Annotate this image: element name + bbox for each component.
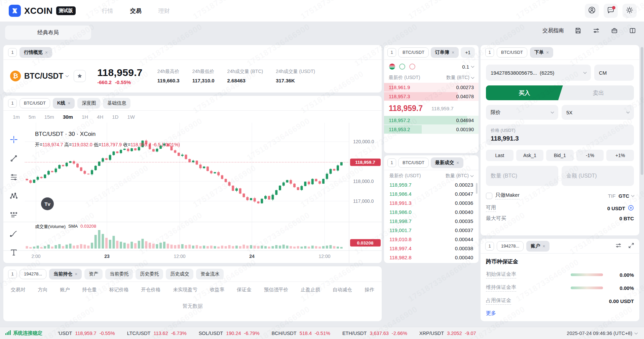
layout-tab-classic[interactable]: 经典布局 [5,26,91,40]
interval-1H[interactable]: 1H [82,114,88,120]
interval-30m[interactable]: 30m [63,114,73,120]
tradingview-logo[interactable]: Tv [41,197,54,210]
ticker-item[interactable]: BCH/USDT518.4-0.51% [272,331,330,336]
tif-select[interactable]: GTC [618,193,634,199]
portfolio-icon[interactable] [610,27,618,35]
server-time[interactable]: 2025-07-24 09:46:36 (UTC+8) [567,331,637,336]
order-type-select[interactable]: 限价 [486,105,558,120]
tab-当前持仓[interactable]: 当前持仓× [49,269,82,279]
ticker-item[interactable]: XRP/USDT3.2052-9.07 [419,331,476,336]
chart-area[interactable]: BTC/USDT · 30 · XCoin 开=118,974.7 高=119,… [3,123,382,263]
amount-input[interactable]: 金额 (USDT) [562,166,634,186]
close-tab-icon[interactable]: × [456,160,459,165]
ticker-item[interactable]: LTC/USDT113.62-6.73% [127,331,187,336]
account-settings-icon[interactable] [615,242,622,250]
nav-item-交易[interactable]: 交易 [130,7,142,15]
close-tab-icon[interactable]: × [542,243,545,249]
tab-下单[interactable]: 下单× [530,47,553,58]
brush-tool-icon[interactable] [9,229,18,238]
split-layout-icon[interactable] [629,27,637,35]
save-layout-icon[interactable] [574,27,582,35]
tab-资产[interactable]: 资产 [84,269,103,279]
qty-sort-chevron-icon[interactable] [471,76,475,79]
quantity-input[interactable]: 数量 (BTC) [486,166,558,186]
xabcd-pattern-tool-icon[interactable] [9,191,18,201]
close-tab-icon[interactable]: × [546,50,549,55]
theme-button[interactable] [622,4,637,18]
layout-settings-icon[interactable] [592,27,600,35]
close-tab-icon[interactable]: × [45,50,48,55]
deposit-icon[interactable] [628,205,634,212]
close-tab-icon[interactable]: × [68,101,70,106]
tab-行情概览[interactable]: 行情概览× [20,47,52,58]
pair-badge[interactable]: BTC/USDT [398,158,429,168]
tab-资金流水[interactable]: 资金流水 [196,269,224,279]
orderbook-view-bids-icon[interactable] [399,63,406,70]
text-tool-icon[interactable] [9,248,18,257]
close-tab-icon[interactable]: × [75,271,77,277]
trendline-tool-icon[interactable] [9,154,18,163]
tab-K线[interactable]: K线× [53,98,75,109]
trades-scrollbar[interactable] [476,183,478,194]
logo[interactable]: XCOIN 测试版 [9,5,76,17]
tab-+1[interactable]: +1 [461,47,475,58]
nav-item-理财[interactable]: 理财 [158,7,170,15]
orderbook-mid[interactable]: 118,959.7 118,959.7 [384,101,479,116]
margin-mode-select[interactable]: CM [594,65,634,81]
ticker-item[interactable]: 'USDT118,959.7-0.55% [58,331,115,336]
orderbook-view-both-icon[interactable] [389,63,395,70]
tab-最新成交[interactable]: 最新成交× [431,157,463,168]
interval-15m[interactable]: 15m [44,114,54,120]
ticker-item[interactable]: SOL/USDT190.24-6.79% [199,331,260,336]
orderbook-ask-row[interactable]: 118,957.30.04078 [384,92,479,101]
price-input[interactable]: 价格 (USDT) 118,991.3 [486,124,634,145]
quick-price-Ask_1[interactable]: Ask_1 [516,150,544,161]
pair-badge[interactable]: BTC/USDT [398,47,429,58]
messages-button[interactable] [604,4,618,18]
pair-title[interactable]: BTC/USDT [24,72,63,81]
nav-item-行情[interactable]: 行情 [102,7,113,15]
pair-badge[interactable]: BTC/USDT [20,98,50,108]
sell-tab[interactable]: 卖出 [563,85,634,100]
close-tab-icon[interactable]: × [452,50,454,55]
precision-select[interactable]: 0.1 [462,64,474,70]
interval-5m[interactable]: 5m [29,114,36,120]
expand-panel-icon[interactable] [628,242,635,250]
orderbook-ask-row[interactable]: 118,961.90.00273 [384,83,479,92]
interval-4H[interactable]: 4H [97,114,103,120]
pair-chevron-icon[interactable] [66,74,69,77]
quick-price-+1%[interactable]: +1% [606,150,634,161]
orderbook-view-asks-icon[interactable] [409,63,416,70]
page-scrollbar[interactable] [641,47,643,175]
pair-badge[interactable]: BTC/USDT [497,47,527,58]
interval-1m[interactable]: 1m [13,114,20,120]
quick-price--1%[interactable]: -1% [576,150,604,161]
user-button[interactable] [585,4,599,18]
tab-账户[interactable]: 账户× [526,241,550,252]
projection-tool-icon[interactable] [9,210,18,220]
account-select[interactable]: 194278538005675... (6225) [486,65,591,81]
tab-基础信息[interactable]: 基础信息 [103,98,130,109]
ticker-item[interactable]: ETH/USDT3,637.63-2.66% [342,331,407,336]
more-link[interactable]: 更多 [486,310,496,316]
crosshair-tool-icon[interactable] [9,135,18,144]
trades-sort-chevron-icon[interactable] [470,174,474,177]
trade-guide-link[interactable]: 交易指南 [542,27,564,34]
favorite-button[interactable] [74,70,86,82]
quick-price-Bid_1[interactable]: Bid_1 [546,150,574,161]
orderbook-bid-row[interactable]: 118,953.20.00190 [384,125,479,134]
fib-retracement-tool-icon[interactable] [9,173,18,182]
interval-1W[interactable]: 1W [127,114,135,120]
tab-历史委托[interactable]: 历史委托 [136,269,163,279]
orderbook-bid-row[interactable]: 118,957.20.04694 [384,116,479,125]
pair-badge[interactable]: 194278... [20,269,46,279]
buy-tab[interactable]: 买入 [486,85,563,100]
tab-当前委托[interactable]: 当前委托 [105,269,133,279]
quick-price-Last[interactable]: Last [486,150,514,161]
leverage-select[interactable]: 5X [562,105,634,120]
tab-历史成交[interactable]: 历史成交 [166,269,193,279]
tab-深度图[interactable]: 深度图 [77,98,100,109]
tab-订单簿[interactable]: 订单簿× [431,47,459,58]
pair-badge[interactable]: 194278... [497,241,524,251]
maker-only-checkbox[interactable] [486,193,492,199]
